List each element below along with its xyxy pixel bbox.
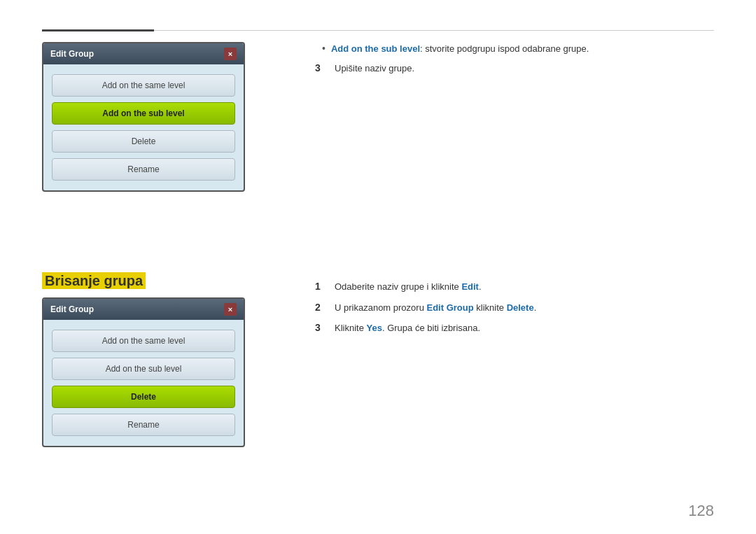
- dialog-body-2: Add on the same level Add on the sub lev…: [43, 320, 244, 446]
- dialog-close-button-1[interactable]: ×: [224, 48, 237, 60]
- dialog-title-1: Edit Group: [50, 49, 94, 59]
- section2-step3-number: 3: [315, 322, 329, 333]
- dialog-title-2: Edit Group: [50, 304, 94, 314]
- dialog-titlebar-2: Edit Group ×: [43, 299, 244, 320]
- dialog-delete-btn-2[interactable]: Delete: [52, 386, 235, 408]
- section2-title-highlight: Brisanje grupa: [42, 272, 146, 289]
- dialog-add-same-level-btn-1[interactable]: Add on the same level: [52, 74, 235, 97]
- dialog-delete-btn-1[interactable]: Delete: [52, 130, 235, 153]
- section2-step1-number: 1: [315, 281, 329, 292]
- dialog-rename-btn-1[interactable]: Rename: [52, 158, 235, 181]
- section1-bullet-text: Add on the sub level: stvorite podgrupu …: [331, 42, 589, 56]
- divider-dark: [42, 29, 154, 31]
- divider-light: [154, 30, 714, 31]
- dialog-add-sub-level-btn-1[interactable]: Add on the sub level: [52, 102, 235, 125]
- section2-step1-text: Odaberite naziv grupe i kliknite Edit.: [335, 280, 482, 294]
- section1-step3: 3 Upišite naziv grupe.: [315, 62, 714, 76]
- dialog-add-same-level-btn-2[interactable]: Add on the same level: [52, 330, 235, 352]
- section2-step3: 3 Kliknite Yes. Grupa će biti izbrisana.: [315, 321, 714, 335]
- section2-step2-number: 2: [315, 302, 329, 313]
- section2-step2-text: U prikazanom prozoru Edit Group kliknite…: [335, 301, 536, 315]
- section2-step2-link-delete: Delete: [507, 302, 534, 313]
- dialog-titlebar-1: Edit Group ×: [43, 43, 244, 64]
- section2-step1-link-edit: Edit: [461, 281, 479, 292]
- section2-title: Brisanje grupa: [42, 273, 259, 289]
- section1-left: Edit Group × Add on the same level Add o…: [42, 42, 259, 192]
- section2-left: Brisanje grupa Edit Group × Add on the s…: [42, 273, 259, 447]
- top-divider: [42, 29, 714, 31]
- dialog-edit-group-2: Edit Group × Add on the same level Add o…: [42, 297, 245, 447]
- section2-step2: 2 U prikazanom prozoru Edit Group klikni…: [315, 301, 714, 315]
- section2-step1: 1 Odaberite naziv grupe i kliknite Edit.: [315, 280, 714, 294]
- dialog-edit-group-1: Edit Group × Add on the same level Add o…: [42, 42, 245, 192]
- section1-step3-number: 3: [315, 62, 329, 73]
- dialog-rename-btn-2[interactable]: Rename: [52, 414, 235, 436]
- page-number: 128: [688, 502, 714, 520]
- section1-bullet-item: • Add on the sub level: stvorite podgrup…: [315, 42, 714, 56]
- section1-right: • Add on the sub level: stvorite podgrup…: [315, 42, 714, 82]
- section2-step3-text: Kliknite Yes. Grupa će biti izbrisana.: [335, 321, 480, 335]
- section1-link-add-sub: Add on the sub level: [331, 43, 420, 54]
- dialog-body-1: Add on the same level Add on the sub lev…: [43, 64, 244, 190]
- section2-step3-link-yes: Yes: [367, 323, 382, 333]
- bullet-dot-1: •: [322, 43, 326, 54]
- section1-step3-text: Upišite naziv grupe.: [335, 62, 414, 76]
- section2-step2-link-editgroup: Edit Group: [427, 302, 474, 313]
- dialog-add-sub-level-btn-2[interactable]: Add on the sub level: [52, 358, 235, 380]
- section2-right: 1 Odaberite naziv grupe i kliknite Edit.…: [315, 280, 714, 342]
- dialog-close-button-2[interactable]: ×: [224, 303, 237, 316]
- section1-bullet-rest: : stvorite podgrupu ispod odabrane grupe…: [420, 43, 589, 54]
